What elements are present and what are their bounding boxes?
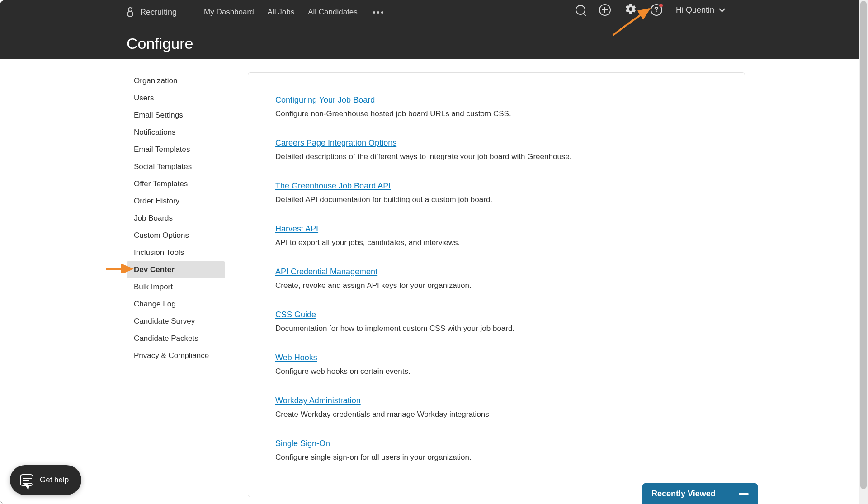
config-section: CSS GuideDocumentation for how to implem… [275, 310, 717, 333]
nav-all-candidates[interactable]: All Candidates [308, 8, 358, 17]
config-section: Harvest APIAPI to export all your jobs, … [275, 224, 717, 247]
user-greeting: Hi Quentin [676, 5, 714, 15]
config-link[interactable]: Careers Page Integration Options [275, 138, 396, 148]
config-section: API Credential ManagementCreate, revoke … [275, 267, 717, 290]
sidebar-item-label: Social Templates [134, 162, 192, 171]
brand[interactable]: Recruiting [127, 7, 177, 17]
header-bar: Recruiting My Dashboard All Jobs All Can… [0, 0, 868, 59]
sidebar-item-label: Privacy & Compliance [134, 351, 209, 360]
sidebar-item-label: Order History [134, 197, 179, 205]
config-section: Web HooksConfigure web hooks on certain … [275, 353, 717, 376]
sidebar-item-label: Offer Templates [134, 179, 188, 188]
config-description: Create Workday credentials and manage Wo… [275, 410, 717, 419]
chat-bubble-icon [20, 474, 33, 486]
nav-my-dashboard[interactable]: My Dashboard [204, 8, 254, 17]
notification-dot-icon [659, 4, 663, 7]
recently-viewed-panel[interactable]: Recently Viewed [642, 483, 758, 504]
config-section: Single Sign-OnConfigure single sign-on f… [275, 439, 717, 462]
scrollbar[interactable] [859, 0, 868, 504]
nav-more-icon[interactable] [371, 9, 385, 15]
add-icon[interactable] [599, 4, 611, 16]
sidebar-item-label: Change Log [134, 300, 176, 308]
config-description: API to export all your jobs, candidates,… [275, 238, 717, 247]
collapse-icon [739, 493, 749, 495]
greenhouse-logo-icon [127, 7, 134, 17]
main-panel: Configuring Your Job BoardConfigure non-… [248, 72, 745, 497]
search-icon[interactable] [576, 5, 585, 15]
sidebar-item-label: Users [134, 94, 154, 102]
settings-icon[interactable] [624, 3, 637, 17]
sidebar-item-bulk-import[interactable]: Bulk Import [127, 278, 225, 296]
config-link[interactable]: Workday Administration [275, 396, 361, 405]
sidebar-item-label: Notifications [134, 128, 176, 137]
sidebar-item-label: Email Settings [134, 111, 183, 119]
svg-point-1 [127, 11, 133, 17]
sidebar-item-change-log[interactable]: Change Log [127, 296, 225, 313]
config-description: Detailed descriptions of the different w… [275, 152, 717, 161]
sidebar-item-label: Organization [134, 76, 177, 85]
config-link[interactable]: API Credential Management [275, 267, 377, 277]
sidebar-item-label: Custom Options [134, 231, 189, 240]
help-icon[interactable]: ? [651, 4, 662, 16]
sidebar-item-label: Email Templates [134, 145, 190, 154]
sidebar-item-email-templates[interactable]: Email Templates [127, 141, 225, 158]
config-link[interactable]: CSS Guide [275, 310, 316, 320]
sidebar-item-inclusion-tools[interactable]: Inclusion Tools [127, 244, 225, 261]
sidebar-item-label: Candidate Packets [134, 334, 198, 343]
sidebar-item-custom-options[interactable]: Custom Options [127, 227, 225, 244]
config-description: Documentation for how to implement custo… [275, 324, 717, 333]
svg-point-0 [128, 8, 132, 11]
sidebar-item-candidate-survey[interactable]: Candidate Survey [127, 313, 225, 330]
page-title: Configure [127, 35, 193, 52]
sidebar-item-social-templates[interactable]: Social Templates [127, 158, 225, 175]
config-description: Detailed API documentation for building … [275, 195, 717, 204]
sidebar-item-notifications[interactable]: Notifications [127, 124, 225, 141]
config-description: Configure single sign-on for all users i… [275, 453, 717, 462]
user-menu[interactable]: Hi Quentin [676, 5, 723, 15]
sidebar-item-dev-center[interactable]: Dev Center [127, 261, 225, 278]
config-link[interactable]: The Greenhouse Job Board API [275, 181, 391, 191]
sidebar-item-candidate-packets[interactable]: Candidate Packets [127, 330, 225, 347]
chat-label: Get help [40, 476, 69, 485]
gear-icon [624, 3, 637, 15]
sidebar-item-label: Bulk Import [134, 283, 173, 291]
sidebar-item-job-boards[interactable]: Job Boards [127, 210, 225, 227]
config-link[interactable]: Web Hooks [275, 353, 317, 363]
config-link[interactable]: Single Sign-On [275, 439, 330, 448]
sidebar-item-label: Dev Center [134, 265, 175, 274]
sidebar-item-offer-templates[interactable]: Offer Templates [127, 175, 225, 193]
sidebar-item-users[interactable]: Users [127, 89, 225, 107]
sidebar-item-label: Inclusion Tools [134, 248, 184, 257]
sidebar: OrganizationUsersEmail SettingsNotificat… [127, 72, 225, 497]
scrollbar-thumb[interactable] [860, 1, 867, 489]
config-link[interactable]: Configuring Your Job Board [275, 95, 375, 105]
config-description: Configure non-Greenhouse hosted job boar… [275, 109, 717, 118]
sidebar-item-organization[interactable]: Organization [127, 72, 225, 89]
config-section: The Greenhouse Job Board APIDetailed API… [275, 181, 717, 204]
config-section: Careers Page Integration OptionsDetailed… [275, 138, 717, 161]
config-description: Create, revoke and assign API keys for y… [275, 281, 717, 290]
config-section: Configuring Your Job BoardConfigure non-… [275, 95, 717, 118]
nav-all-jobs[interactable]: All Jobs [268, 8, 295, 17]
sidebar-item-order-history[interactable]: Order History [127, 193, 225, 210]
config-description: Configure web hooks on certain events. [275, 367, 717, 376]
sidebar-item-label: Job Boards [134, 214, 173, 222]
recently-viewed-label: Recently Viewed [651, 489, 716, 499]
config-section: Workday AdministrationCreate Workday cre… [275, 396, 717, 419]
brand-label: Recruiting [140, 8, 177, 17]
sidebar-item-label: Candidate Survey [134, 317, 195, 325]
sidebar-item-privacy-compliance[interactable]: Privacy & Compliance [127, 347, 225, 364]
sidebar-item-email-settings[interactable]: Email Settings [127, 107, 225, 124]
config-link[interactable]: Harvest API [275, 224, 318, 234]
chat-widget[interactable]: Get help [10, 465, 81, 495]
